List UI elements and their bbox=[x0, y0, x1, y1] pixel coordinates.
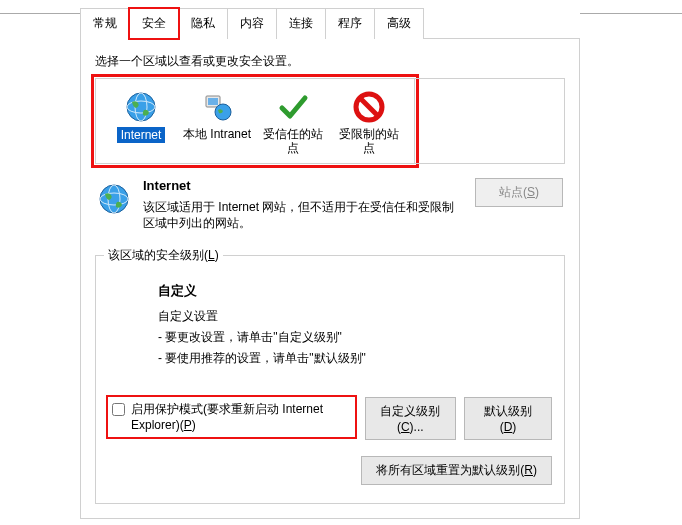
protected-mode-checkbox[interactable]: 启用保护模式(要求重新启动 Internet Explorer)(P) bbox=[108, 397, 355, 437]
custom-level-button[interactable]: 自定义级别(C)... bbox=[365, 397, 456, 440]
zone-internet[interactable]: Internet bbox=[106, 87, 176, 155]
intranet-icon bbox=[199, 89, 235, 125]
globe-icon bbox=[97, 182, 133, 218]
tab-general[interactable]: 常规 bbox=[80, 8, 130, 39]
globe-icon bbox=[123, 89, 159, 125]
zone-internet-label: Internet bbox=[117, 127, 166, 143]
level-line2: - 要使用推荐的设置，请单击"默认级别" bbox=[158, 350, 552, 367]
tab-programs[interactable]: 程序 bbox=[325, 8, 375, 39]
zone-restricted[interactable]: 受限制的站点 bbox=[334, 87, 404, 155]
tab-bar: 常规 安全 隐私 内容 连接 程序 高级 bbox=[80, 8, 580, 39]
tab-advanced[interactable]: 高级 bbox=[374, 8, 424, 39]
svg-point-8 bbox=[100, 185, 128, 213]
checkmark-icon bbox=[275, 89, 311, 125]
zone-detail-title: Internet bbox=[143, 178, 191, 193]
protected-mode-input[interactable] bbox=[112, 403, 125, 416]
zone-trusted[interactable]: 受信任的站点 bbox=[258, 87, 328, 155]
zone-intranet[interactable]: 本地 Intranet bbox=[182, 87, 252, 155]
zone-intranet-label: 本地 Intranet bbox=[183, 127, 251, 141]
level-title: 自定义 bbox=[158, 283, 197, 298]
tab-privacy[interactable]: 隐私 bbox=[178, 8, 228, 39]
zone-restricted-label: 受限制的站点 bbox=[339, 127, 399, 155]
zone-detail: Internet 该区域适用于 Internet 网站，但不适用于在受信任和受限… bbox=[95, 174, 565, 235]
level-line1: - 要更改设置，请单击"自定义级别" bbox=[158, 329, 552, 346]
tab-security[interactable]: 安全 bbox=[129, 8, 179, 39]
protected-mode-label: 启用保护模式(要求重新启动 Internet Explorer)(P) bbox=[131, 401, 351, 433]
security-level-legend: 该区域的安全级别(L) bbox=[104, 247, 223, 264]
level-sub: 自定义设置 bbox=[158, 308, 552, 325]
default-level-button[interactable]: 默认级别(D) bbox=[464, 397, 552, 440]
zone-trusted-label: 受信任的站点 bbox=[263, 127, 323, 155]
security-panel: 选择一个区域以查看或更改安全设置。 Internet 本地 Intranet bbox=[80, 38, 580, 519]
forbidden-icon bbox=[351, 89, 387, 125]
security-level-group: 该区域的安全级别(L) 自定义 自定义设置 - 要更改设置，请单击"自定义级别"… bbox=[95, 255, 565, 504]
zone-list: Internet 本地 Intranet 受信任的站点 bbox=[95, 78, 415, 164]
internet-options-dialog: 常规 安全 隐私 内容 连接 程序 高级 选择一个区域以查看或更改安全设置。 I… bbox=[80, 0, 580, 519]
reset-all-zones-button[interactable]: 将所有区域重置为默认级别(R) bbox=[361, 456, 552, 485]
zone-prompt: 选择一个区域以查看或更改安全设置。 bbox=[95, 53, 565, 70]
tab-content[interactable]: 内容 bbox=[227, 8, 277, 39]
sites-button: 站点(S) bbox=[475, 178, 563, 207]
svg-rect-4 bbox=[208, 98, 218, 105]
zone-detail-desc: 该区域适用于 Internet 网站，但不适用于在受信任和受限制区域中列出的网站… bbox=[143, 199, 465, 231]
tab-connections[interactable]: 连接 bbox=[276, 8, 326, 39]
svg-point-0 bbox=[127, 93, 155, 121]
svg-point-5 bbox=[215, 104, 231, 120]
